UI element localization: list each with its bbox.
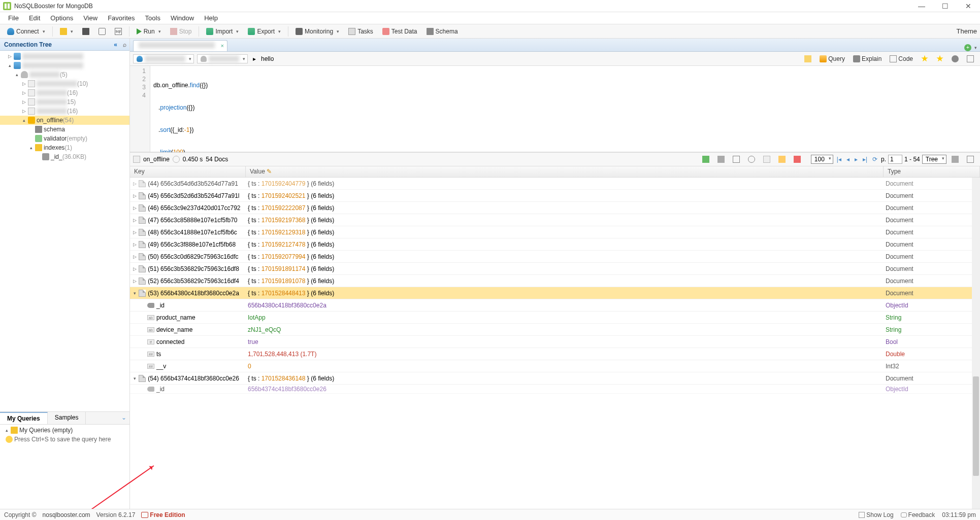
table-row[interactable]: ▷ (47) 656c3c85888e107e1cf5fb70{ ts : 17… [130,214,980,226]
shell-button[interactable] [94,26,110,37]
display-options-button[interactable] [730,155,743,164]
first-page-button[interactable]: |◂ [835,156,843,163]
menu-view[interactable]: View [79,13,102,23]
connection-tree[interactable]: ▷ ▴ ▴ (5) ▷ (10) ▷ (16) ▷ 15) ▷ (16) ▴on… [0,51,129,411]
tree-indexes[interactable]: ▴indexes (1) [0,143,129,152]
table-row[interactable]: ▾ (54) 656b4374c418bf3680cc0e26{ ts : 17… [130,372,980,385]
field-row[interactable]: ##__v0Int32 [130,360,980,372]
tab-dropdown-icon[interactable]: ▾ [974,45,977,50]
maximize-button[interactable]: ☐ [933,0,957,12]
table-row[interactable]: ▾ (53) 656b4380c418bf3680cc0e2a{ ts : 17… [130,287,980,299]
editor-code[interactable]: db.on_offline.find({}) .projection({}) .… [150,66,980,152]
tree-schema[interactable]: schema [0,125,129,134]
maximize-editor-button[interactable] [964,54,977,63]
site-link[interactable]: nosqlbooster.com [43,511,90,518]
stop-button[interactable]: Stop [166,26,196,37]
field-row[interactable]: tfconnectedtrueBool [130,336,980,348]
database-select[interactable] [197,54,248,63]
sql-button[interactable]: sql [111,26,126,37]
run-button[interactable]: Run [133,26,165,37]
feedback-button[interactable]: Feedback [901,511,935,518]
menu-help[interactable]: Help [200,13,222,23]
refresh-button[interactable]: ⟳ [871,156,879,163]
collapse-sidebar-icon[interactable]: « [114,41,117,48]
column-key[interactable]: Key [130,166,246,177]
tree-validator[interactable]: validator (empty) [0,134,129,143]
field-row[interactable]: ##ts1,701,528,448,413 (1.7T)Double [130,348,980,360]
save-button[interactable] [78,26,93,37]
code-button[interactable]: Code [887,54,916,63]
monitoring-button[interactable]: Monitoring [291,26,343,37]
search-result-button[interactable] [745,155,758,164]
maximize-result-button[interactable] [964,155,977,164]
column-value[interactable]: Value ✎ [246,166,884,177]
code-editor[interactable]: 1234 db.on_offline.find({}) .projection(… [130,66,980,152]
menu-edit[interactable]: Edit [25,13,44,23]
tree-server-1[interactable]: ▷ [0,52,129,61]
format-button[interactable] [801,54,814,63]
gear-dropdown[interactable] [949,54,962,63]
tree-coll-1[interactable]: ▷ (10) [0,79,129,88]
new-tab-button[interactable]: + [964,44,971,51]
field-row[interactable]: abproduct_nameIotAppString [130,311,980,324]
connect-button[interactable]: Connect [3,26,49,37]
query-button[interactable]: Query [816,54,848,63]
free-edition-label[interactable]: Free Edition [141,511,185,518]
table-row[interactable]: ▷ (50) 656c3c0d6829c75963c16dfc{ ts : 17… [130,251,980,263]
my-queries-folder[interactable]: ▴My Queries (empty) [2,426,127,435]
table-row[interactable]: ▷ (51) 656c3b536829c75963c16df8{ ts : 17… [130,263,980,275]
table-row[interactable]: ▷ (49) 656c3c3f888e107e1cf5fb68{ ts : 17… [130,238,980,251]
column-type[interactable]: Type [884,166,980,177]
tree-id-index[interactable]: _id_ (36.0KB) [0,152,129,161]
table-row[interactable]: ▷ (46) 656c3c9e237d420d017cc792{ ts : 17… [130,202,980,214]
tree-server-2[interactable]: ▴ [0,61,129,70]
tree-coll-3[interactable]: ▷ 15) [0,97,129,107]
add-doc-button[interactable] [760,155,773,164]
tab-samples[interactable]: Samples [48,412,86,424]
delete-doc-button[interactable] [791,155,804,164]
result-body[interactable]: ▷ (44) 656c3d54d6d3b5264d77a91{ ts : 170… [130,178,980,509]
theme-label[interactable]: Theme [957,27,977,35]
tasks-button[interactable]: Tasks [344,26,377,37]
last-page-button[interactable]: ▸| [861,156,869,163]
collapse-bottom-icon[interactable]: ⌄ [121,414,126,421]
graph-button[interactable] [714,155,728,164]
prev-page-button[interactable]: ◂ [845,156,851,163]
tree-coll-2[interactable]: ▷ (16) [0,88,129,97]
explain-button[interactable]: Explain [850,54,885,63]
menu-window[interactable]: Window [167,13,198,23]
menu-file[interactable]: File [4,13,23,23]
schema-button[interactable]: Schema [422,26,462,37]
tree-database[interactable]: ▴ (5) [0,70,129,79]
next-page-button[interactable]: ▸ [853,156,859,163]
field-row[interactable]: abdevice_namezNJ1_eQcQString [130,324,980,336]
tree-coll-4[interactable]: ▷ (16) [0,107,129,116]
tab-my-queries[interactable]: My Queries [0,412,48,424]
open-folder-button[interactable] [56,26,77,37]
table-row[interactable]: ▷ (45) 656c3d52d6d3b5264d77a91l{ ts : 17… [130,190,980,202]
export-results-button[interactable] [699,155,712,164]
star-dropdown[interactable] [933,54,946,63]
table-row[interactable]: ▷ (52) 656c3b536829c75963c16df4{ ts : 17… [130,275,980,287]
export-button[interactable]: Export [244,26,285,37]
edit-doc-button[interactable] [775,155,789,164]
close-tab-icon[interactable]: × [221,43,224,49]
connection-select[interactable] [133,54,194,63]
menu-tools[interactable]: Tools [141,13,165,23]
query-tab[interactable]: × [133,40,227,51]
testdata-button[interactable]: Test Data [378,26,421,37]
menu-favorites[interactable]: Favorites [104,13,139,23]
minimize-button[interactable]: — [910,0,933,12]
vertical-scrollbar[interactable] [972,178,980,509]
field-row[interactable]: _id656b4374c418bf3680cc0e26ObjectId [130,385,980,394]
field-row[interactable]: _id656b4380c418bf3680cc0e2aObjectId [130,299,980,311]
view-select[interactable]: Tree [922,155,946,164]
menu-options[interactable]: Options [46,13,77,23]
tree-coll-on-offline[interactable]: ▴on_offline (54) [0,116,129,125]
import-button[interactable]: Import [202,26,243,37]
pin-button[interactable] [949,155,962,164]
star-button[interactable] [918,54,931,63]
search-icon[interactable]: ⌕ [123,41,126,48]
page-input[interactable] [888,155,902,164]
show-log-button[interactable]: Show Log [859,511,893,518]
